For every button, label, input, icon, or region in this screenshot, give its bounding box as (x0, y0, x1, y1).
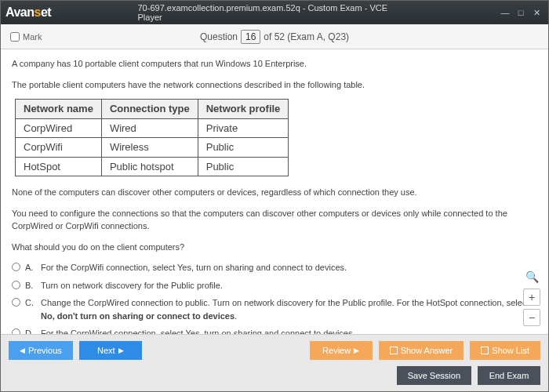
logo-part: et (41, 5, 51, 19)
table-cell: HotSpot (16, 157, 102, 176)
table-header-row: Network name Connection type Network pro… (16, 100, 289, 119)
question-header: Mark Question 16 of 52 (Exam A, Q23) (1, 24, 548, 49)
question-word: Question (200, 31, 238, 42)
table-header: Network profile (198, 100, 289, 119)
button-label: Save Session (408, 371, 460, 380)
table-header: Network name (16, 100, 102, 119)
table-header: Connection type (101, 100, 198, 119)
footer-bar-2: Save Session End Exam (1, 366, 548, 391)
zoom-in-button[interactable]: + (523, 289, 540, 306)
zoom-out-button[interactable]: − (523, 309, 540, 326)
option-text: For the CorpWired connection, select Yes… (41, 327, 355, 334)
option-text: Turn on network discovery for the Public… (41, 279, 223, 292)
app-window: Avanset 70-697.examcollection.premium.ex… (0, 0, 549, 392)
window-title: 70-697.examcollection.premium.exam.52q -… (138, 3, 412, 22)
button-label: Show List (492, 346, 529, 355)
question-text: What should you do on the client compute… (12, 241, 537, 254)
option-letter: D. (25, 327, 36, 334)
option-d[interactable]: D. For the CorpWired connection, select … (12, 327, 537, 334)
table-cell: Public (198, 157, 289, 176)
option-radio[interactable] (12, 298, 20, 307)
mark-label: Mark (23, 32, 42, 42)
option-text: For the CorpWifi connection, select Yes,… (41, 261, 347, 274)
question-number: 16 (241, 30, 260, 44)
button-label: Previous (28, 346, 62, 355)
previous-button[interactable]: Previous (9, 341, 73, 360)
logo-part: s (35, 5, 41, 19)
network-table: Network name Connection type Network pro… (15, 99, 289, 176)
option-radio[interactable] (12, 263, 20, 271)
question-content: A company has 10 portable client compute… (1, 49, 548, 334)
question-text: None of the computers can discover other… (12, 186, 537, 199)
question-total: of 52 (Exam A, Q23) (264, 31, 349, 42)
mark-control[interactable]: Mark (10, 32, 42, 42)
zoom-controls: 🔍 + − (523, 269, 540, 326)
titlebar: Avanset 70-697.examcollection.premium.ex… (1, 1, 548, 24)
table-cell: Private (198, 118, 289, 138)
magnifier-icon[interactable]: 🔍 (525, 269, 539, 285)
answer-options: A. For the CorpWifi connection, select Y… (12, 261, 537, 334)
question-indicator: Question 16 of 52 (Exam A, Q23) (200, 30, 349, 44)
minimize-icon[interactable]: — (498, 6, 512, 19)
logo-part: Avan (5, 5, 35, 19)
option-radio[interactable] (12, 281, 20, 289)
table-cell: Wired (101, 118, 198, 138)
option-letter: B. (25, 279, 36, 292)
button-label: Next (97, 346, 115, 355)
option-letter: C. (25, 296, 36, 310)
option-text-bold: No, don't turn on sharing or connect to … (41, 311, 235, 321)
table-cell: CorpWired (16, 118, 102, 138)
close-icon[interactable]: ✕ (529, 6, 544, 19)
table-row: CorpWifi Wireless Public (16, 138, 289, 158)
mark-checkbox[interactable] (10, 32, 20, 42)
app-logo: Avanset (5, 5, 51, 20)
question-text: A company has 10 portable client compute… (12, 57, 537, 71)
option-text-part: . (235, 311, 237, 321)
save-session-button[interactable]: Save Session (397, 366, 471, 385)
table-cell: Wireless (101, 138, 198, 158)
table-cell: Public (198, 138, 289, 158)
option-text: Change the CorpWired connection to publi… (41, 296, 537, 322)
button-label: Show Answer (401, 346, 453, 355)
table-cell: Public hotspot (101, 157, 198, 176)
show-list-button[interactable]: Show List (470, 341, 540, 360)
next-button[interactable]: Next (79, 341, 142, 360)
question-text: The portable client computers have the n… (12, 78, 537, 92)
option-text-part: Change the CorpWired connection to publi… (41, 298, 529, 307)
show-answer-button[interactable]: Show Answer (379, 341, 464, 360)
review-button[interactable]: Review (310, 341, 373, 360)
maximize-icon[interactable]: □ (514, 6, 528, 19)
option-radio[interactable] (12, 328, 20, 334)
table-row: CorpWired Wired Private (16, 118, 289, 138)
window-controls: — □ ✕ (498, 6, 544, 19)
question-text: You need to configure the connections so… (12, 207, 537, 233)
button-label: End Exam (489, 371, 529, 380)
checkbox-icon (390, 347, 398, 354)
option-b[interactable]: B. Turn on network discovery for the Pub… (12, 279, 537, 292)
button-label: Review (322, 346, 351, 355)
end-exam-button[interactable]: End Exam (478, 366, 540, 385)
option-c[interactable]: C. Change the CorpWired connection to pu… (12, 296, 537, 322)
option-a[interactable]: A. For the CorpWifi connection, select Y… (12, 261, 537, 274)
table-row: HotSpot Public hotspot Public (16, 157, 289, 176)
table-cell: CorpWifi (16, 138, 102, 158)
option-letter: A. (25, 261, 36, 274)
footer-bar: Previous Next Review Show Answer Show Li… (1, 334, 548, 366)
checkbox-icon (481, 347, 489, 354)
